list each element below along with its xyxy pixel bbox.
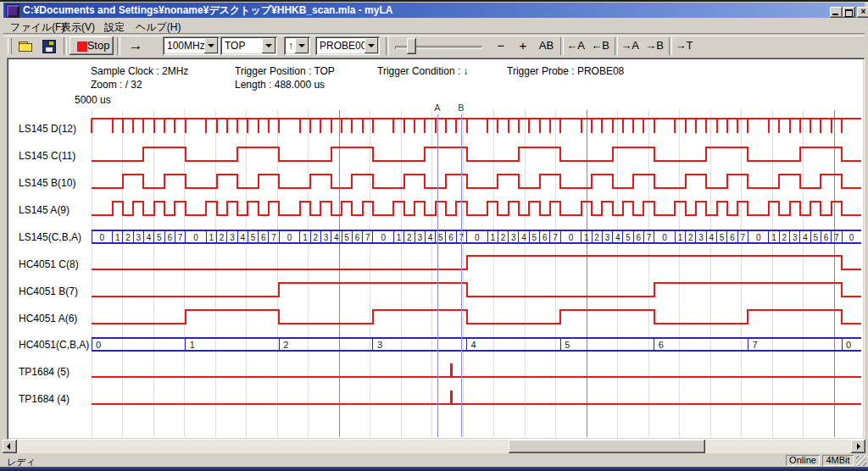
- scroll-right-button[interactable]: [851, 440, 865, 453]
- stop-square-icon: [77, 42, 87, 52]
- close-button[interactable]: ×: [857, 7, 868, 18]
- scrollbar-thumb[interactable]: [509, 440, 705, 453]
- trigger-probe-text: Trigger Probe : PROBE08: [507, 65, 624, 77]
- toolbar-separator: [386, 37, 389, 55]
- dropdown-arrow-icon[interactable]: [364, 38, 378, 53]
- stop-label: Stop: [87, 39, 110, 52]
- horizontal-scrollbar[interactable]: [3, 440, 865, 453]
- toolbar-grip[interactable]: [8, 38, 12, 54]
- length-text: Length : 488.000 us: [235, 79, 325, 91]
- open-folder-icon: [19, 42, 32, 50]
- trigger-edge-value: ↑: [288, 40, 293, 52]
- save-floppy-icon: [42, 40, 56, 53]
- status-online-badge: Online: [786, 455, 820, 466]
- app-icon: [6, 4, 19, 18]
- sample-rate-combo[interactable]: 100MHz: [163, 36, 220, 55]
- stop-button[interactable]: Stop: [70, 36, 114, 55]
- toolbar: Stop → 100MHz TOP ↑ PROBE00 − + AB ←A ←B: [3, 35, 865, 58]
- sample-clock-text: Sample Clock : 2MHz: [91, 65, 188, 77]
- channel-label: LS145 A(9): [19, 204, 70, 216]
- goto-trigger-button[interactable]: →T: [672, 36, 696, 55]
- dropdown-arrow-icon[interactable]: [295, 38, 309, 53]
- goto-marker-b-right-button[interactable]: →B: [643, 36, 666, 55]
- window-title: C:¥Documents and Settings¥noname¥デスクトップ¥…: [23, 3, 392, 18]
- zoom-in-button[interactable]: +: [514, 36, 532, 55]
- trigger-probe-value: PROBE00: [320, 40, 366, 52]
- toolbar-separator: [64, 37, 67, 55]
- maximize-icon: [845, 9, 853, 17]
- minimize-button[interactable]: [830, 7, 843, 18]
- trigger-edge-combo[interactable]: ↑: [284, 36, 310, 55]
- channel-label: LS145 B(10): [19, 177, 75, 189]
- status-bar: レディ Online 4MBit: [3, 455, 865, 467]
- channel-label: HC4051 A(6): [19, 313, 77, 324]
- toolbar-separator: [117, 37, 120, 55]
- channel-label: TP1684 (4): [19, 393, 70, 405]
- goto-marker-a-left-button[interactable]: ←A: [564, 36, 587, 55]
- window-bottom-edge: [0, 467, 868, 471]
- window-top-edge: [0, 0, 868, 2]
- open-file-button[interactable]: [15, 36, 36, 55]
- trigger-condition-text: Trigger Condition : ↓: [377, 65, 469, 77]
- channel-label: LS145(C,B,A): [19, 231, 81, 243]
- time-scale-text: 5000 us: [75, 94, 111, 106]
- sample-rate-value: 100MHz: [167, 40, 205, 52]
- left-arrow-icon: [7, 443, 10, 450]
- channel-label: HC4051 B(7): [19, 285, 78, 297]
- trigger-probe-combo[interactable]: PROBE00: [315, 36, 380, 55]
- dropdown-arrow-icon[interactable]: [204, 38, 218, 53]
- zoom-slider-handle[interactable]: [407, 38, 416, 54]
- app-window: C:¥Documents and Settings¥noname¥デスクトップ¥…: [0, 0, 868, 471]
- resize-grip[interactable]: [856, 456, 866, 466]
- trigger-position-combo[interactable]: TOP: [220, 36, 277, 55]
- zoom-text: Zoom : / 32: [91, 79, 142, 91]
- zoom-ab-button[interactable]: AB: [535, 36, 558, 55]
- trigger-position-value: TOP: [225, 40, 245, 52]
- title-bar: C:¥Documents and Settings¥noname¥デスクトップ¥…: [3, 3, 865, 18]
- channel-label: LS145 C(11): [19, 150, 75, 162]
- trigger-position-text: Trigger Position : TOP: [235, 65, 335, 77]
- menu-bar: ファイル(F) 表示(V) 設定 ヘルプ(H): [3, 19, 865, 33]
- goto-marker-a-right-button[interactable]: →A: [618, 36, 642, 55]
- channel-label: TP1684 (5): [19, 366, 70, 378]
- dropdown-arrow-icon[interactable]: [262, 38, 275, 53]
- status-memory-badge: 4MBit: [822, 455, 854, 466]
- right-arrow-icon: [857, 443, 860, 450]
- zoom-out-button[interactable]: −: [492, 36, 510, 55]
- scroll-left-button[interactable]: [3, 440, 17, 453]
- waveform-panel: [8, 59, 863, 438]
- channel-label: LS145 D(12): [19, 123, 76, 135]
- run-button[interactable]: →: [121, 36, 150, 55]
- goto-marker-b-left-button[interactable]: ←B: [588, 36, 612, 55]
- channel-label: HC4051 C(8): [19, 258, 79, 270]
- save-file-button[interactable]: [38, 36, 59, 55]
- channel-label: HC4051(C,B,A): [19, 339, 89, 351]
- minimize-icon: [832, 14, 838, 15]
- maximize-button[interactable]: [843, 7, 855, 18]
